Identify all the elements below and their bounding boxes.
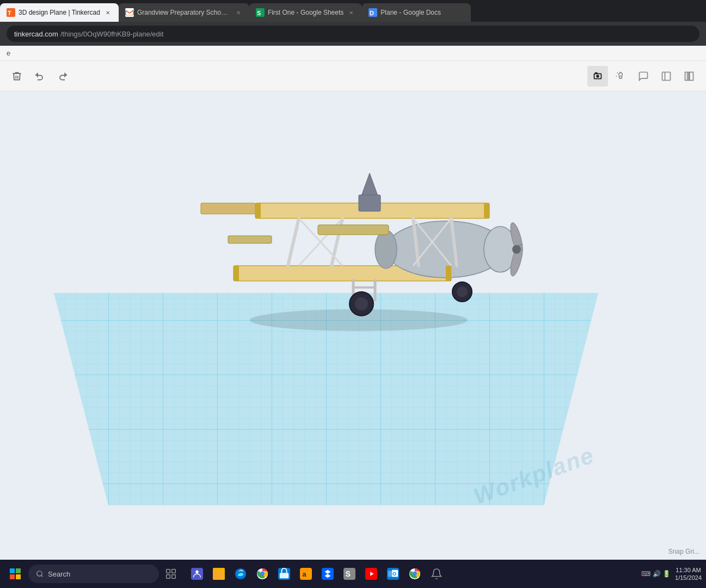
view-camera-button[interactable]: [587, 66, 608, 87]
svg-rect-63: [167, 575, 170, 579]
notification-icon[interactable]: [427, 564, 446, 584]
svg-point-8: [596, 75, 599, 78]
tab-tinkercad-close[interactable]: ✕: [103, 8, 112, 17]
svg-line-12: [617, 72, 618, 73]
svg-point-54: [512, 245, 521, 254]
svg-rect-56: [16, 568, 21, 573]
canvas-area: Workplane: [0, 91, 706, 560]
delete-button[interactable]: [7, 66, 27, 87]
svg-rect-57: [10, 574, 15, 579]
toolbar-right: [587, 66, 699, 87]
tab-sheets-close[interactable]: ✕: [347, 8, 355, 17]
tab-bar: T 3D design Plane | Tinkercad ✕ Grandvie…: [0, 0, 706, 22]
snap-grid-label: Snap Gri...: [668, 548, 699, 555]
tab-gmail-title: Grandview Preparatory School M...: [137, 9, 231, 16]
svg-rect-17: [690, 72, 693, 80]
svg-point-49: [355, 297, 368, 310]
svg-rect-14: [662, 72, 671, 80]
svg-text:T: T: [8, 10, 11, 16]
svg-rect-61: [167, 569, 170, 573]
svg-rect-37: [255, 203, 261, 218]
chrome-taskbar-icon[interactable]: [253, 564, 272, 584]
svg-rect-78: [322, 568, 334, 580]
search-placeholder: Search: [48, 570, 70, 578]
sheets-favicon: S: [256, 8, 265, 17]
svg-point-10: [619, 72, 623, 76]
svg-rect-64: [172, 575, 176, 579]
light-button[interactable]: [610, 66, 631, 87]
start-button[interactable]: [4, 563, 26, 585]
ms-store-icon[interactable]: [274, 564, 294, 584]
chrome-icon-2[interactable]: [405, 564, 425, 584]
page-name-text: e: [7, 49, 10, 57]
tray-icons: ⌨ 🔊 🔋: [641, 570, 671, 578]
svg-rect-40: [446, 266, 451, 281]
panel-button[interactable]: [656, 66, 677, 87]
address-bar: tinkercad.com /things/0OqW90fhKB9-plane/…: [0, 22, 706, 46]
tab-tinkercad-title: 3D design Plane | Tinkercad: [19, 9, 100, 16]
url-domain: tinkercad.com: [14, 30, 58, 38]
tab-gmail-close[interactable]: ✕: [234, 8, 243, 17]
teams-icon[interactable]: [187, 564, 207, 584]
svg-rect-42: [359, 195, 380, 211]
tab-gmail[interactable]: Grandview Preparatory School M... ✕: [119, 3, 249, 22]
tinkercad-favicon: T: [7, 8, 15, 17]
page-name-bar: e: [0, 46, 706, 61]
docs-favicon: D: [369, 8, 377, 17]
svg-line-60: [41, 575, 43, 577]
svg-rect-43: [318, 225, 389, 235]
url-input[interactable]: tinkercad.com /things/0OqW90fhKB9-plane/…: [7, 26, 699, 42]
dropbox-icon[interactable]: [318, 564, 337, 584]
edge-icon[interactable]: [231, 564, 250, 584]
svg-rect-75: [280, 573, 289, 578]
svg-rect-39: [234, 266, 239, 281]
file-explorer-icon[interactable]: [209, 564, 229, 584]
svg-point-73: [261, 572, 264, 575]
system-tray: ⌨ 🔊 🔋 11:30 AM1/15/2024: [641, 566, 702, 582]
svg-point-59: [37, 571, 42, 576]
clock: 11:30 AM1/15/2024: [675, 566, 702, 582]
svg-text:D: D: [370, 10, 374, 16]
svg-text:S: S: [257, 10, 261, 16]
biplane-model: [146, 119, 560, 336]
browser-chrome: T 3D design Plane | Tinkercad ✕ Grandvie…: [0, 0, 706, 46]
tinkercad-toolbar: [0, 61, 706, 91]
svg-rect-55: [10, 568, 15, 573]
comment-button[interactable]: [633, 66, 654, 87]
export-button[interactable]: [679, 66, 699, 87]
tab-docs[interactable]: D Plane - Google Docs: [362, 3, 471, 22]
svg-line-29: [288, 218, 299, 266]
amazon-icon[interactable]: a: [296, 564, 316, 584]
scrivener-icon[interactable]: S: [340, 564, 359, 584]
svg-point-66: [195, 571, 199, 574]
svg-text:a: a: [303, 570, 307, 578]
svg-rect-62: [172, 569, 176, 573]
tab-sheets[interactable]: S First One - Google Sheets ✕: [249, 3, 362, 22]
undo-button[interactable]: [29, 66, 50, 87]
svg-point-28: [375, 230, 397, 268]
youtube-icon[interactable]: [361, 564, 381, 584]
tab-docs-title: Plane - Google Docs: [380, 9, 464, 16]
svg-rect-9: [595, 72, 597, 74]
svg-rect-44: [228, 236, 272, 243]
task-view-button[interactable]: [161, 564, 181, 584]
svg-text:O: O: [392, 571, 396, 577]
url-path: /things/0OqW90fhKB9-plane/edit: [60, 30, 163, 38]
svg-point-51: [457, 286, 468, 297]
taskbar-search[interactable]: Search: [28, 565, 159, 583]
taskbar-app-icons: a S: [187, 564, 446, 584]
tab-sheets-title: First One - Google Sheets: [268, 9, 343, 16]
svg-text:S: S: [346, 570, 351, 578]
redo-button[interactable]: [52, 66, 73, 87]
svg-rect-25: [201, 203, 255, 214]
outlook-icon[interactable]: O: [383, 564, 403, 584]
gmail-favicon: [125, 8, 134, 17]
svg-rect-38: [484, 203, 489, 218]
svg-rect-58: [16, 574, 21, 579]
taskbar: Search: [0, 560, 706, 588]
tab-tinkercad[interactable]: T 3D design Plane | Tinkercad ✕: [0, 3, 119, 22]
svg-point-89: [413, 572, 416, 575]
svg-rect-16: [685, 72, 689, 80]
svg-rect-68: [214, 572, 224, 579]
svg-rect-69: [214, 571, 218, 573]
